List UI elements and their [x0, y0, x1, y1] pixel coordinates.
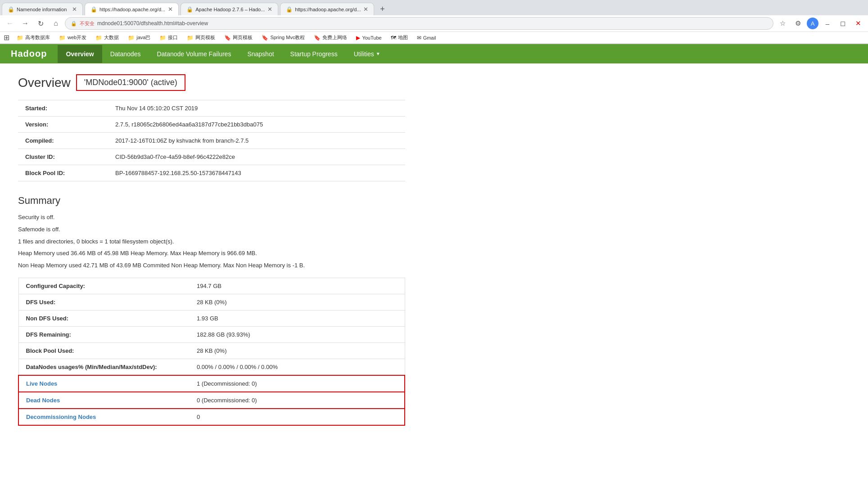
tab-2-close[interactable]: ✕ — [168, 6, 173, 13]
tab-1[interactable]: 🔒 Namenode information ✕ — [2, 3, 83, 15]
minimize-button[interactable]: – — [821, 17, 834, 30]
live-nodes-link[interactable]: Live Nodes — [26, 380, 57, 387]
tab-4-title: https://hadoop.apache.org/d... — [295, 7, 361, 12]
info-value-started: Thu Nov 14 05:10:20 CST 2019 — [108, 100, 405, 117]
decommissioning-nodes-link[interactable]: Decommissioning Nodes — [26, 414, 96, 420]
dead-nodes-label[interactable]: Dead Nodes — [18, 392, 190, 409]
bookmark-webdev[interactable]: 📁 web开发 — [55, 33, 90, 42]
live-nodes-label[interactable]: Live Nodes — [18, 375, 190, 392]
table-row: Block Pool Used: 28 KB (0%) — [18, 342, 405, 359]
table-row: Non DFS Used: 1.93 GB — [18, 310, 405, 326]
files-status: 1 files and directories, 0 blocks = 1 to… — [18, 237, 522, 247]
decommissioning-nodes-label[interactable]: Decommissioning Nodes — [18, 409, 190, 425]
home-button[interactable]: ⌂ — [50, 17, 62, 30]
safemode-status: Safemode is off. — [18, 225, 522, 234]
info-label-block-pool-id: Block Pool ID: — [18, 165, 108, 181]
bookmark-bigdata-icon: 📁 — [95, 35, 102, 41]
table-row: Compiled: 2017-12-16T01:06Z by kshvachk … — [18, 133, 405, 149]
info-value-compiled: 2017-12-16T01:06Z by kshvachk from branc… — [108, 133, 405, 149]
browser-chrome: 🔒 Namenode information ✕ 🔒 https://hadoo… — [0, 0, 868, 44]
apps-grid-icon[interactable]: ⊞ — [4, 33, 9, 42]
security-label: 不安全 — [80, 20, 95, 27]
tab-3[interactable]: 🔒 Apache Hadoop 2.7.6 – Hado... ✕ — [181, 3, 278, 15]
bookmark-gaokao[interactable]: 📁 高考数据库 — [13, 33, 54, 42]
bookmark-bigdata-label: 大数据 — [104, 34, 119, 41]
summary-label-datanodes-usages: DataNodes usages% (Min/Median/Max/stdDev… — [18, 359, 190, 375]
table-row: Cluster ID: CID-56b9d3a0-f7ce-4a59-b8ef-… — [18, 149, 405, 165]
nav-utilities[interactable]: Utilities ▼ — [346, 45, 389, 63]
new-tab-button[interactable]: + — [376, 3, 389, 15]
decommissioning-nodes-value: 0 — [190, 409, 405, 425]
table-row: DFS Used: 28 KB (0%) — [18, 294, 405, 310]
nav-snapshot[interactable]: Snapshot — [239, 45, 282, 63]
bookmark-gaokao-label: 高考数据库 — [25, 34, 50, 41]
bookmark-youtube[interactable]: ▶ YouTube — [353, 34, 385, 42]
bookmark-map-label: 地图 — [398, 34, 408, 41]
security-icon: 🔒 — [71, 21, 77, 27]
user-profile-icon[interactable]: A — [807, 18, 818, 29]
table-row: Configured Capacity: 194.7 GB — [18, 278, 405, 294]
extensions-icon[interactable]: ⚙ — [791, 17, 804, 30]
summary-label-configured-capacity: Configured Capacity: — [18, 278, 190, 294]
tab-4[interactable]: 🔒 https://hadoop.apache.org/d... ✕ — [280, 3, 374, 15]
forward-button[interactable]: → — [19, 17, 32, 30]
bookmarks-bar: ⊞ 📁 高考数据库 📁 web开发 📁 大数据 📁 java巴 📁 接口 📁 网… — [0, 32, 868, 44]
tab-2-title: https://hadoop.apache.org/d... — [99, 7, 165, 12]
bookmark-star-icon[interactable]: ☆ — [776, 17, 789, 30]
reload-button[interactable]: ↻ — [34, 17, 47, 30]
table-row: Started: Thu Nov 14 05:10:20 CST 2019 — [18, 100, 405, 117]
bookmark-template-label: 网页模板 — [195, 34, 215, 41]
tab-1-close[interactable]: ✕ — [72, 6, 77, 13]
info-value-block-pool-id: BP-1669788457-192.168.25.50-157367844714… — [108, 165, 405, 181]
restore-button[interactable]: ◻ — [836, 17, 849, 30]
bookmark-map[interactable]: 🗺 地图 — [387, 33, 411, 42]
live-nodes-row: Live Nodes 1 (Decommissioned: 0) — [18, 375, 405, 392]
summary-label-block-pool-used: Block Pool Used: — [18, 342, 190, 359]
nav-datanode-volume-failures[interactable]: Datanode Volume Failures — [149, 45, 239, 63]
tab-2[interactable]: 🔒 https://hadoop.apache.org/d... ✕ — [85, 3, 179, 15]
bookmark-java[interactable]: 📁 java巴 — [124, 33, 154, 42]
info-label-version: Version: — [18, 117, 108, 133]
non-heap-memory-status: Non Heap Memory used 42.71 MB of 43.69 M… — [18, 261, 522, 270]
tab-1-favicon: 🔒 — [8, 6, 14, 13]
tab-3-title: Apache Hadoop 2.7.6 – Hado... — [195, 7, 265, 12]
main-content: Overview 'MDNode01:9000' (active) Starte… — [0, 63, 540, 436]
bookmark-maven-icon: 🔖 — [262, 35, 268, 41]
bookmark-vpn-label: 免费上网络 — [322, 34, 347, 41]
summary-table: Configured Capacity: 194.7 GB DFS Used: … — [18, 278, 405, 426]
tab-3-close[interactable]: ✕ — [267, 6, 272, 13]
bookmark-spring[interactable]: 🔖 网页模板 — [221, 33, 256, 42]
back-button[interactable]: ← — [4, 17, 16, 30]
bookmark-youtube-icon: ▶ — [356, 35, 360, 41]
summary-label-non-dfs-used: Non DFS Used: — [18, 310, 190, 326]
bookmark-maven[interactable]: 🔖 Spring Mvc教程 — [258, 33, 308, 42]
tab-4-close[interactable]: ✕ — [363, 6, 368, 13]
bookmark-bigdata[interactable]: 📁 大数据 — [92, 33, 122, 42]
summary-value-datanodes-usages: 0.00% / 0.00% / 0.00% / 0.00% — [190, 359, 405, 375]
bookmark-map-icon: 🗺 — [391, 35, 396, 41]
tab-4-favicon: 🔒 — [286, 6, 292, 13]
bookmark-java-label: java巴 — [136, 34, 150, 41]
overview-header: Overview 'MDNode01:9000' (active) — [18, 74, 522, 91]
bookmark-api-label: 接口 — [168, 34, 178, 41]
bookmark-api-icon: 📁 — [159, 35, 166, 41]
bookmark-gaokao-icon: 📁 — [17, 35, 23, 41]
close-button[interactable]: ✕ — [852, 17, 864, 30]
info-table: Started: Thu Nov 14 05:10:20 CST 2019 Ve… — [18, 100, 405, 181]
address-bar-row: ← → ↻ ⌂ 🔒 不安全 mdnode01:50070/dfshealth.h… — [0, 15, 868, 32]
bookmark-template[interactable]: 📁 网页模板 — [183, 33, 219, 42]
address-display[interactable]: mdnode01:50070/dfshealth.html#tab-overvi… — [97, 20, 208, 27]
nav-startup-progress[interactable]: Startup Progress — [282, 45, 346, 63]
info-label-cluster-id: Cluster ID: — [18, 149, 108, 165]
nav-datanodes[interactable]: Datanodes — [102, 45, 149, 63]
bookmark-api[interactable]: 📁 接口 — [156, 33, 181, 42]
summary-value-dfs-remaining: 182.88 GB (93.93%) — [190, 326, 405, 342]
bookmark-template-icon: 📁 — [187, 35, 194, 41]
nav-overview[interactable]: Overview — [58, 45, 102, 63]
bookmark-vpn[interactable]: 🔖 免费上网络 — [310, 33, 351, 42]
table-row: Block Pool ID: BP-1669788457-192.168.25.… — [18, 165, 405, 181]
summary-value-configured-capacity: 194.7 GB — [190, 278, 405, 294]
table-row: DFS Remaining: 182.88 GB (93.93%) — [18, 326, 405, 342]
bookmark-gmail[interactable]: ✉ Gmail — [413, 34, 440, 42]
dead-nodes-link[interactable]: Dead Nodes — [26, 397, 60, 404]
